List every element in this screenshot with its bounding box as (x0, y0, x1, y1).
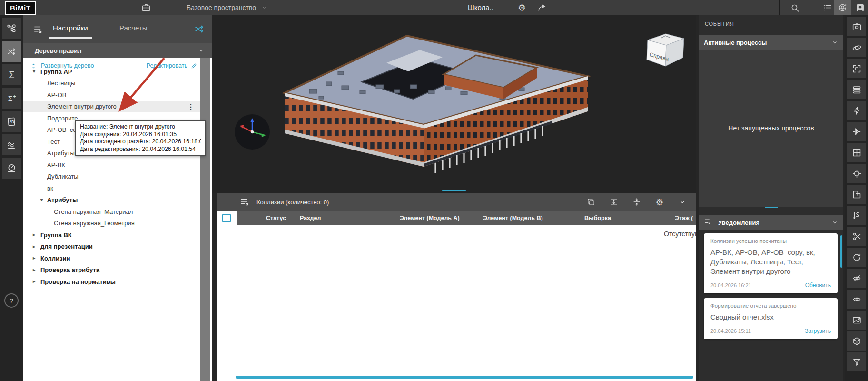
image-off-icon (852, 315, 862, 325)
measure-button[interactable] (847, 101, 866, 120)
screenshot-button[interactable] (847, 17, 866, 36)
tab-calculations[interactable]: Расчеты (119, 24, 148, 32)
column-header-5[interactable]: Выборка (584, 215, 611, 221)
user-icon[interactable] (851, 0, 868, 15)
layers-button[interactable] (847, 80, 866, 99)
tree-item[interactable]: ▸Группа ВК (23, 229, 200, 241)
panel-drag-handle[interactable] (442, 190, 466, 191)
orbit-button[interactable] (847, 38, 866, 57)
column-header-4[interactable]: Элемент (Модель B) (483, 215, 543, 221)
eye-off-icon (852, 273, 862, 283)
notifications-scrollbar[interactable] (840, 235, 842, 268)
model-tree-button[interactable] (2, 18, 21, 39)
cut-button[interactable] (847, 227, 866, 246)
no-processes-text: Нет запущенных процессов (728, 124, 814, 132)
tree-item[interactable]: ▾Атрибуты (23, 194, 200, 206)
right-toolbar (845, 15, 868, 381)
tab-settings[interactable]: Настройки (53, 24, 88, 32)
collisions-mode-icon[interactable] (194, 23, 205, 35)
tree-item[interactable]: АР-ОВ (23, 89, 200, 101)
dashboard-button[interactable] (2, 158, 21, 179)
focus-button[interactable] (847, 164, 866, 183)
tree-item[interactable]: Стена наружная_Геометрия (23, 218, 200, 230)
grid-button[interactable] (847, 143, 866, 162)
chevron-right-icon[interactable]: ▸ (33, 279, 35, 284)
column-header-1[interactable]: Статус (266, 215, 286, 221)
sum-button[interactable]: Σ (2, 64, 21, 85)
chevron-right-icon[interactable]: ▸ (33, 267, 35, 272)
duplicate-icon[interactable] (586, 197, 596, 207)
panel-menu-icon[interactable] (33, 24, 43, 35)
column-header-2[interactable]: Раздел (300, 215, 321, 221)
tree-item[interactable]: Дубликаты (23, 171, 200, 183)
collapse-panel-icon[interactable] (677, 197, 688, 207)
tree-item[interactable]: ▸для презентации (23, 241, 200, 253)
3d-viewport[interactable]: Справа (212, 15, 696, 193)
notification-action-link[interactable]: Загрузить (805, 328, 831, 334)
chevron-down-icon[interactable]: ▾ (33, 69, 35, 74)
search-icon[interactable] (786, 0, 803, 15)
tree-item[interactable]: вк (23, 182, 200, 194)
tree-item[interactable]: ▸Проверка атрибута (23, 264, 200, 276)
collision-rules-button[interactable] (2, 41, 21, 62)
notifications-menu-icon[interactable] (704, 218, 713, 227)
tree-item[interactable]: ▾Группа АР (23, 66, 200, 78)
section-icon (852, 127, 862, 137)
notification-card: Коллизии успешно посчитаныАР-ВК, АР-ОВ, … (704, 233, 838, 293)
notifications-icon[interactable] (834, 0, 851, 15)
section-button[interactable] (847, 122, 866, 141)
events-drag-handle[interactable] (765, 207, 778, 208)
column-header-6[interactable]: Этаж ( (675, 215, 693, 221)
tree-item-label: Подозрите (47, 115, 78, 122)
notification-action-link[interactable]: Обновить (805, 282, 831, 289)
chevron-down-icon[interactable]: ▾ (40, 197, 43, 202)
sort-button[interactable] (847, 206, 866, 225)
sigma-icon: Σ (9, 70, 14, 80)
workspace-dropdown[interactable]: Базовое пространство (187, 0, 267, 15)
chevron-down-icon[interactable] (831, 219, 838, 226)
tree-item[interactable]: ▸Проверка на нормативы (23, 276, 200, 288)
horizontal-scrollbar[interactable] (236, 376, 693, 379)
tree-item[interactable]: Лестницы (23, 78, 200, 90)
tree-item-label: для презентации (40, 243, 93, 250)
tooltip-line: Дата последнего расчёта: 20.04.2026 16:1… (80, 138, 201, 146)
charts-button[interactable] (2, 134, 21, 155)
layers-icon (852, 85, 862, 95)
chevron-down-icon[interactable] (831, 39, 838, 46)
refresh-button[interactable] (847, 248, 866, 267)
table-settings-icon[interactable]: ⚙ (654, 197, 665, 207)
bounding-box-button[interactable] (847, 331, 866, 351)
tooltip-line: Дата редактирования: 20.04.2026 16:01:54 (80, 146, 201, 153)
rules-tree-section-header[interactable]: Дерево правил (23, 43, 212, 58)
kebab-menu-icon[interactable]: ⋮ (187, 102, 195, 111)
briefcase-icon[interactable] (141, 2, 151, 13)
hide-element-button[interactable] (847, 269, 866, 288)
collapse-rows-icon[interactable] (631, 197, 642, 207)
chevron-right-icon[interactable]: ▸ (33, 232, 35, 237)
floor-plan-button[interactable] (847, 185, 866, 204)
notifications-header[interactable]: Уведомления (699, 215, 843, 230)
expand-rows-icon[interactable] (609, 197, 619, 207)
tree-item[interactable]: Элемент внутри другого⋮ (23, 101, 200, 113)
tree-item[interactable]: АР-ВК (23, 159, 200, 171)
sum-add-button[interactable]: Σ+ (2, 88, 21, 109)
chevron-right-icon[interactable]: ▸ (33, 244, 35, 249)
share-icon[interactable] (537, 2, 547, 13)
fit-view-button[interactable] (847, 59, 866, 78)
chevron-right-icon[interactable]: ▸ (33, 255, 35, 261)
active-processes-header[interactable]: Активные процессы (699, 35, 843, 50)
select-all-checkbox[interactable] (222, 214, 231, 222)
list-icon[interactable] (819, 0, 836, 15)
tree-item[interactable]: Стена наружная_Материал (23, 206, 200, 218)
show-element-button[interactable] (847, 290, 866, 309)
tree-scrollbar[interactable] (200, 58, 210, 381)
column-header-3[interactable]: Элемент (Модель А) (400, 215, 460, 221)
2d-view-button[interactable]: 2D (2, 111, 21, 132)
hide-image-button[interactable] (847, 311, 866, 330)
gear-icon[interactable]: ⚙ (518, 3, 528, 13)
filter-button[interactable] (847, 352, 866, 371)
collisions-menu-icon[interactable] (239, 197, 250, 207)
tree-item-label: Тест (47, 138, 60, 145)
help-icon[interactable]: ? (4, 293, 19, 308)
tree-item[interactable]: ▸Коллизии (23, 252, 200, 264)
